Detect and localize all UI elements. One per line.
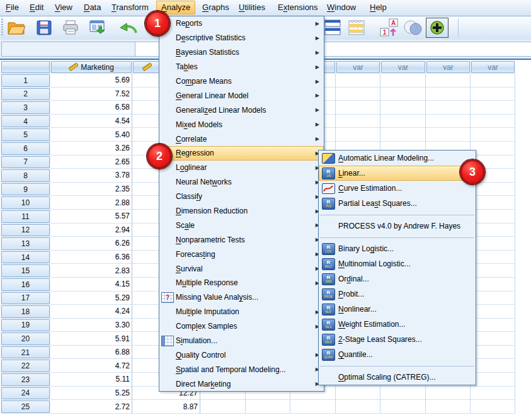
empty-cell[interactable]	[200, 400, 246, 414]
data-cell-marketing[interactable]: 5.69	[50, 74, 132, 88]
empty-cell[interactable]	[471, 142, 515, 156]
data-cell-marketing[interactable]: 4.72	[50, 359, 132, 373]
row-number-cell[interactable]: 25	[1, 400, 50, 413]
empty-cell[interactable]	[290, 400, 336, 414]
empty-cell[interactable]	[380, 400, 426, 414]
analyze-menu-item-compare-means[interactable]: Compare Means▶	[159, 74, 324, 89]
menubar-item-file[interactable]: File	[1, 1, 23, 14]
empty-cell[interactable]	[471, 373, 515, 387]
regression-submenu-item-ordinal[interactable]: RORDOrdinal...	[319, 271, 476, 287]
row-number-cell[interactable]: 20	[1, 332, 50, 345]
menubar-item-transform[interactable]: Transform	[107, 1, 153, 14]
empty-cell[interactable]	[336, 400, 380, 414]
analyze-menu-item-multiple-response[interactable]: Multiple Response▶	[159, 276, 324, 290]
empty-cell[interactable]	[471, 305, 515, 319]
empty-cell[interactable]	[471, 196, 515, 210]
analyze-menu-item-quality-control[interactable]: Quality Control▶	[159, 348, 324, 362]
empty-cell[interactable]	[380, 74, 426, 88]
regression-submenu-item-partial-least-squares[interactable]: RPLSPartial Least Squares...	[319, 196, 476, 211]
analyze-menu-item-simulation[interactable]: Simulation...	[159, 334, 324, 348]
regression-submenu-item-process-v4-0-by-andrew-f-hayes[interactable]: PROCESS v4.0 by Andrew F. Hayes	[319, 219, 476, 234]
open-file-icon[interactable]	[5, 18, 28, 37]
row-number-cell[interactable]: 7	[1, 156, 50, 169]
empty-cell[interactable]	[426, 115, 471, 128]
empty-cell[interactable]	[336, 88, 380, 101]
row-number-cell[interactable]: 19	[1, 319, 50, 332]
row-number-cell[interactable]: 5	[1, 128, 50, 141]
empty-cell[interactable]	[336, 387, 380, 400]
row-number-cell[interactable]: 21	[1, 346, 50, 359]
regression-submenu-item-multinomial-logistic[interactable]: RMULTMultinomial Logistic...	[319, 256, 476, 271]
analyze-menu-item-neural-networks[interactable]: Neural Networks▶	[159, 175, 324, 190]
menubar-item-help[interactable]: Help	[365, 1, 391, 14]
regression-submenu-item-2-stage-least-squares[interactable]: R2SLS2-Stage Least Squares...	[319, 332, 476, 347]
empty-cell[interactable]	[471, 319, 515, 332]
empty-cell[interactable]	[336, 115, 380, 128]
row-number-cell[interactable]: 4	[1, 115, 50, 128]
analyze-menu-item-dimension-reduction[interactable]: Dimension Reduction▶	[159, 204, 324, 219]
menubar-item-graphs[interactable]: Graphs	[198, 1, 234, 14]
menubar-item-data[interactable]: Data	[79, 1, 105, 14]
analyze-menu-item-mixed-models[interactable]: Mixed Models▶	[159, 117, 324, 132]
empty-cell[interactable]	[426, 400, 471, 414]
empty-cell[interactable]	[471, 292, 515, 305]
recall-dialogs-icon[interactable]	[87, 18, 110, 37]
menubar-item-view[interactable]: View	[50, 1, 77, 14]
empty-cell[interactable]	[471, 346, 515, 360]
data-cell-marketing[interactable]: 2.65	[50, 156, 132, 169]
value-labels-icon[interactable]: A 1	[378, 18, 403, 37]
data-cell-marketing[interactable]: 4.54	[50, 115, 132, 128]
data-cell-marketing[interactable]: 6.26	[50, 237, 132, 251]
data-cell-marketing[interactable]: 2.83	[50, 264, 132, 278]
row-number-cell[interactable]: 3	[1, 101, 50, 114]
analyze-menu-item-missing-value-analysis[interactable]: ?Missing Value Analysis...	[159, 290, 324, 305]
data-cell-marketing[interactable]: 3.78	[50, 169, 132, 183]
regression-submenu-item-nonlinear[interactable]: RNLRNonlinear...	[319, 302, 476, 317]
data-cell-marketing[interactable]: 2.72	[50, 400, 132, 414]
empty-cell[interactable]	[380, 88, 426, 101]
empty-cell[interactable]	[426, 101, 471, 115]
regression-submenu-item-curve-estimation[interactable]: Curve Estimation...	[319, 181, 476, 196]
analyze-menu-item-scale[interactable]: Scale▶	[159, 218, 324, 232]
empty-cell[interactable]	[471, 115, 515, 128]
regression-submenu-item-linear[interactable]: RLINLinear...	[319, 166, 476, 181]
data-cell-marketing[interactable]: 6.36	[50, 251, 132, 264]
analyze-menu-item-survival[interactable]: Survival▶	[159, 261, 324, 276]
empty-cell[interactable]	[471, 74, 515, 88]
empty-cell[interactable]	[426, 74, 471, 88]
menubar-item-extensions[interactable]: Extensions	[273, 1, 323, 14]
column-header-var[interactable]: var	[381, 61, 425, 73]
analyze-menu-item-descriptive-statistics[interactable]: Descriptive Statistics▶	[159, 31, 324, 45]
row-number-cell[interactable]: 18	[1, 305, 50, 318]
empty-cell[interactable]	[471, 251, 515, 264]
data-cell[interactable]: 8.87	[132, 400, 200, 414]
row-number-cell[interactable]: 2	[1, 88, 50, 101]
empty-cell[interactable]	[426, 88, 471, 101]
analyze-menu-item-loglinear[interactable]: Loglinear▶	[159, 161, 324, 175]
empty-cell[interactable]	[471, 278, 515, 292]
regression-submenu-item-quantile[interactable]: RQUANQuantile...	[319, 347, 476, 362]
empty-cell[interactable]	[336, 101, 380, 115]
data-cell-marketing[interactable]: 2.94	[50, 224, 132, 237]
row-number-cell[interactable]: 15	[1, 264, 50, 277]
use-variable-sets-icon[interactable]	[402, 18, 425, 37]
empty-cell[interactable]	[471, 264, 515, 278]
save-icon[interactable]	[33, 18, 55, 37]
empty-cell[interactable]	[471, 88, 515, 101]
row-number-cell[interactable]: 22	[1, 360, 50, 372]
empty-cell[interactable]	[246, 400, 290, 414]
analyze-menu-item-nonparametric-tests[interactable]: Nonparametric Tests▶	[159, 232, 324, 247]
empty-cell[interactable]	[471, 224, 515, 237]
print-icon[interactable]	[59, 18, 82, 37]
row-number-cell[interactable]: 23	[1, 373, 50, 386]
empty-cell[interactable]	[471, 183, 515, 196]
menubar-item-edit[interactable]: Edit	[25, 1, 48, 14]
row-number-cell[interactable]: 6	[1, 142, 50, 155]
data-cell-marketing[interactable]: 6.88	[50, 346, 132, 360]
data-cell-marketing[interactable]: 5.25	[50, 387, 132, 400]
empty-cell[interactable]	[471, 210, 515, 224]
select-cases-icon[interactable]	[345, 18, 368, 37]
row-number-cell[interactable]: 8	[1, 169, 50, 182]
empty-cell[interactable]	[426, 128, 471, 142]
empty-cell[interactable]	[336, 128, 380, 142]
